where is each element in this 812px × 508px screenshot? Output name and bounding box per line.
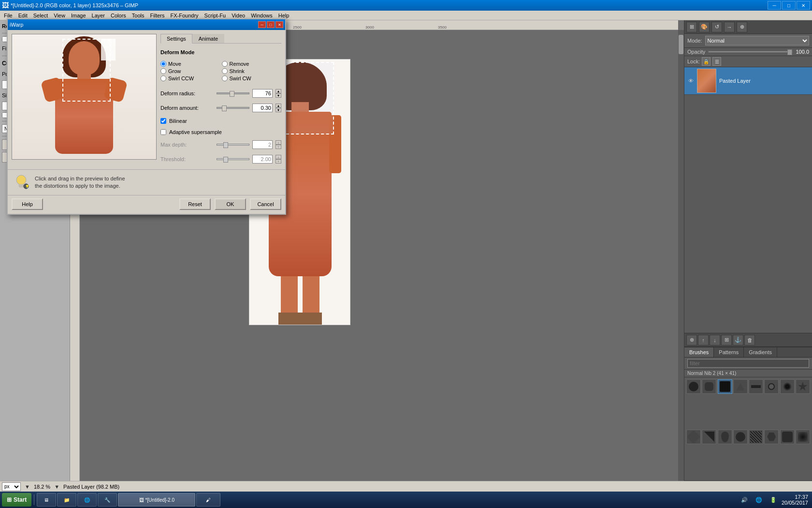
layer-item-pasted[interactable]: 👁 Pasted Layer <box>684 67 812 95</box>
deform-amount-slider[interactable] <box>217 107 249 109</box>
brush-item-2[interactable] <box>702 379 716 394</box>
taskbar-btn-2[interactable]: 📁 <box>57 493 76 507</box>
taskbar-btn-brush[interactable]: 🖌 <box>196 493 220 507</box>
raise-layer-btn[interactable]: ↑ <box>698 335 709 345</box>
window-title: *[Untitled]-2.0 (RGB color, 1 layer) 132… <box>11 2 138 8</box>
taskbar-sys-icon-3: 🔋 <box>767 493 780 506</box>
radio-remove-input[interactable] <box>222 61 228 67</box>
tab-brushes[interactable]: Brushes <box>684 347 714 357</box>
lock-position-btn[interactable]: 🔒 <box>702 57 710 66</box>
dialog-preview[interactable] <box>12 34 157 160</box>
threshold-slider <box>217 158 249 160</box>
brush-item-4[interactable] <box>733 379 748 394</box>
deform-mode-title: Deform Mode <box>160 49 281 55</box>
close-button[interactable]: ✕ <box>797 1 810 10</box>
dialog-close-btn[interactable]: ✕ <box>276 21 283 28</box>
dialog-maximize-btn[interactable]: □ <box>267 21 275 28</box>
radio-move-input[interactable] <box>160 61 166 67</box>
minimize-button[interactable]: ─ <box>768 1 781 10</box>
max-depth-thumb <box>223 142 228 148</box>
radio-remove: Remove <box>222 61 282 67</box>
deform-amount-thumb[interactable] <box>222 105 227 111</box>
radio-shrink-input[interactable] <box>222 68 228 74</box>
brush-name: Normal Nib 2 (41 × 41) <box>684 370 812 377</box>
lock-alpha-btn[interactable]: ☰ <box>712 57 721 66</box>
maximize-button[interactable]: □ <box>782 1 796 10</box>
status-unit-select[interactable]: px mm in <box>2 482 21 491</box>
brush-item-7[interactable] <box>780 379 795 394</box>
taskbar-gimp-active[interactable]: 🖼 *[Untitled]-2.0 <box>118 493 195 507</box>
dialog-body: Settings Animate Deform Mode Move Remove… <box>8 30 285 169</box>
dialog-minimize-btn[interactable]: ─ <box>258 21 266 28</box>
tab-patterns[interactable]: Patterns <box>714 347 744 357</box>
brush-item-8[interactable] <box>796 379 810 394</box>
brush-item-13[interactable] <box>749 430 763 444</box>
reset-button[interactable]: Reset <box>179 198 211 210</box>
cancel-button[interactable]: Cancel <box>250 198 281 210</box>
radio-swirl-cw-input[interactable] <box>222 75 228 81</box>
vertical-scrollbar[interactable] <box>678 30 684 491</box>
tab-settings[interactable]: Settings <box>160 34 192 44</box>
deform-amount-spin-up[interactable]: ▲ <box>276 104 281 108</box>
layers-bottom-toolbar: ⊕ ↑ ↓ ⊞ ⚓ 🗑 <box>684 333 812 346</box>
opacity-slider-thumb[interactable] <box>787 49 792 55</box>
deform-amount-input[interactable] <box>252 104 273 112</box>
deform-radius-input[interactable] <box>252 89 273 98</box>
mode-select[interactable]: Normal Multiply Screen <box>705 36 809 45</box>
deform-radius-spin-up[interactable]: ▲ <box>276 89 281 93</box>
opacity-slider[interactable] <box>708 51 793 53</box>
status-zoom-value: 18.2 % <box>34 484 50 490</box>
deform-radius-row: Deform radius: ▲ ▼ <box>160 89 281 98</box>
layers-tool-4[interactable]: → <box>724 22 735 32</box>
radio-grow-input[interactable] <box>160 68 166 74</box>
deform-radius-spin-down[interactable]: ▼ <box>276 93 281 98</box>
deform-radius-slider[interactable] <box>217 92 249 94</box>
duplicate-layer-btn[interactable]: ⊞ <box>721 335 732 345</box>
anchor-layer-btn[interactable]: ⚓ <box>733 335 743 345</box>
brush-item-1[interactable] <box>686 379 701 394</box>
brush-item-3[interactable] <box>718 379 732 394</box>
opacity-value: 100.0 <box>796 49 809 55</box>
help-button[interactable]: Help <box>12 198 43 210</box>
brush-item-15[interactable] <box>780 430 795 444</box>
brush-item-9[interactable] <box>686 430 701 444</box>
tab-gradients[interactable]: Gradients <box>744 347 777 357</box>
layer-visibility-icon[interactable]: 👁 <box>687 77 694 84</box>
brush-item-14[interactable] <box>764 430 779 444</box>
deform-amount-spin-down[interactable]: ▼ <box>276 108 281 112</box>
layers-tool-3[interactable]: ↺ <box>711 22 722 32</box>
tab-animate[interactable]: Animate <box>192 34 224 43</box>
radio-swirl-ccw-input[interactable] <box>160 75 166 81</box>
dialog-title-bar: iWarp ─ □ ✕ <box>8 19 285 30</box>
start-button[interactable]: ⊞ Start <box>2 493 31 507</box>
status-zoom: ▼ <box>25 484 30 490</box>
layers-tool-2[interactable]: 🎨 <box>699 22 710 32</box>
layers-tool-5[interactable]: ⊕ <box>737 22 747 32</box>
brush-item-16[interactable] <box>796 430 810 444</box>
max-depth-spinner: ▲ ▼ <box>276 140 281 149</box>
bilinear-checkbox[interactable] <box>160 118 166 124</box>
deform-radius-thumb[interactable] <box>230 91 234 97</box>
brush-item-10[interactable] <box>702 430 716 444</box>
brush-filter-input[interactable] <box>687 359 809 368</box>
layers-tool-1[interactable]: ⊞ <box>686 22 697 32</box>
new-layer-btn[interactable]: ⊕ <box>686 335 697 345</box>
radio-move-label: Move <box>168 61 181 67</box>
brush-item-6[interactable] <box>764 379 779 394</box>
taskbar-btn-4[interactable]: 🔧 <box>98 493 117 507</box>
adaptive-supersample-checkbox[interactable] <box>160 129 166 135</box>
taskbar-btn-1[interactable]: 🖥 <box>37 493 56 507</box>
max-depth-label: Max depth: <box>160 142 214 148</box>
ok-button[interactable]: OK <box>215 198 246 210</box>
taskbar-divider-1 <box>34 494 34 505</box>
svg-point-0 <box>16 175 26 185</box>
taskbar-btn-3[interactable]: 🌐 <box>77 493 97 507</box>
lower-layer-btn[interactable]: ↓ <box>710 335 720 345</box>
brush-item-5[interactable] <box>749 379 763 394</box>
brush-item-11[interactable] <box>718 430 732 444</box>
max-depth-slider <box>217 144 249 146</box>
ruler-mark-2500: 2500 <box>293 25 302 30</box>
vertical-scrollbar-thumb[interactable] <box>679 35 683 54</box>
brush-item-12[interactable] <box>733 430 748 444</box>
delete-layer-btn[interactable]: 🗑 <box>744 335 755 345</box>
